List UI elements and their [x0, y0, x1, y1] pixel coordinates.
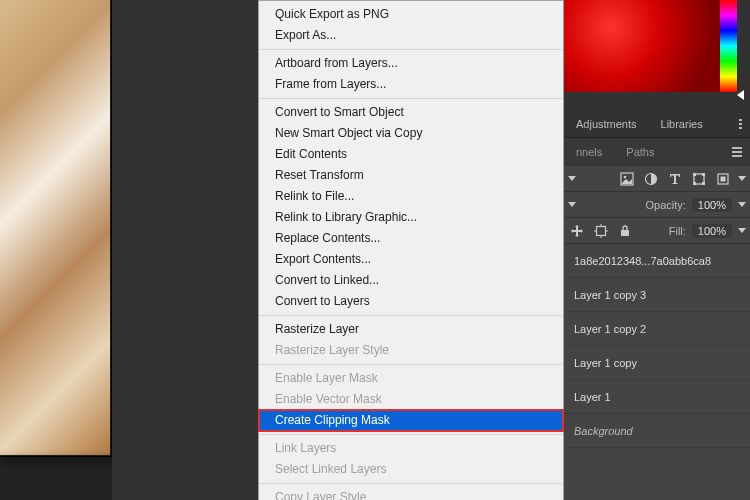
menu-item[interactable]: Relink to File...	[259, 186, 563, 207]
svg-rect-15	[621, 230, 629, 236]
menu-item[interactable]: Frame from Layers...	[259, 74, 563, 95]
filter-smartobject-icon[interactable]	[714, 170, 732, 188]
menu-item[interactable]: Convert to Smart Object	[259, 102, 563, 123]
svg-rect-9	[721, 176, 726, 181]
menu-item[interactable]: Create Clipping Mask	[259, 410, 563, 431]
layer-item[interactable]: 1a8e2012348...7a0abb6ca8	[564, 244, 750, 278]
menu-item[interactable]: Edit Contents	[259, 144, 563, 165]
lock-all-icon[interactable]	[616, 222, 634, 240]
svg-rect-5	[702, 173, 705, 176]
layers-toolbar-2: Opacity: 100%	[564, 192, 750, 218]
canvas-shadow	[0, 457, 130, 463]
filter-type-icon[interactable]	[666, 170, 684, 188]
filter-shape-icon[interactable]	[690, 170, 708, 188]
fill-dropdown[interactable]	[738, 228, 746, 233]
layer-item[interactable]: Background	[564, 414, 750, 448]
menu-item[interactable]: Convert to Layers	[259, 291, 563, 312]
menu-item[interactable]: Relink to Library Graphic...	[259, 207, 563, 228]
menu-item[interactable]: Reset Transform	[259, 165, 563, 186]
lock-artboard-icon[interactable]	[592, 222, 610, 240]
layer-context-menu: Quick Export as PNGExport As...Artboard …	[258, 0, 564, 500]
menu-item: Rasterize Layer Style	[259, 340, 563, 361]
fill-value[interactable]: 100%	[692, 224, 732, 238]
lock-move-icon[interactable]	[568, 222, 586, 240]
opacity-blend-dropdown[interactable]	[568, 202, 576, 207]
tab-adjustments[interactable]: Adjustments	[564, 110, 649, 138]
menu-item: Select Linked Layers	[259, 459, 563, 480]
tab-paths[interactable]: Paths	[614, 138, 666, 166]
panel-tabs-top: Adjustments Libraries	[564, 110, 750, 138]
hue-slider-marker[interactable]	[737, 90, 744, 100]
menu-item: Copy Layer Style	[259, 487, 563, 500]
svg-rect-6	[693, 182, 696, 185]
svg-rect-4	[693, 173, 696, 176]
fill-label: Fill:	[669, 225, 686, 237]
menu-item: Enable Layer Mask	[259, 368, 563, 389]
menu-item[interactable]: Quick Export as PNG	[259, 4, 563, 25]
opacity-label: Opacity:	[646, 199, 686, 211]
panel-menu-icon[interactable]	[739, 119, 750, 129]
right-panels: Adjustments Libraries nnels Paths Opacit…	[564, 110, 750, 500]
hue-slider[interactable]	[720, 0, 737, 92]
svg-point-1	[624, 175, 627, 178]
filter-more-dropdown[interactable]	[738, 176, 746, 181]
layer-list: 1a8e2012348...7a0abb6ca8Layer 1 copy 3La…	[564, 244, 750, 448]
opacity-value[interactable]: 100%	[692, 198, 732, 212]
filter-image-icon[interactable]	[618, 170, 636, 188]
svg-rect-7	[702, 182, 705, 185]
layers-toolbar-1	[564, 166, 750, 192]
layer-item[interactable]: Layer 1 copy	[564, 346, 750, 380]
layer-item[interactable]: Layer 1 copy 3	[564, 278, 750, 312]
panel-subtabs: nnels Paths	[564, 138, 750, 166]
layer-item[interactable]: Layer 1	[564, 380, 750, 414]
menu-item: Enable Vector Mask	[259, 389, 563, 410]
svg-rect-10	[597, 226, 606, 235]
menu-item[interactable]: New Smart Object via Copy	[259, 123, 563, 144]
filter-adjustment-icon[interactable]	[642, 170, 660, 188]
canvas-border	[0, 0, 112, 457]
opacity-dropdown[interactable]	[738, 202, 746, 207]
tab-libraries[interactable]: Libraries	[649, 110, 715, 138]
menu-item[interactable]: Convert to Linked...	[259, 270, 563, 291]
menu-item: Link Layers	[259, 438, 563, 459]
panel-submenu-icon[interactable]	[732, 147, 750, 157]
blend-mode-dropdown[interactable]	[568, 176, 576, 181]
menu-item[interactable]: Export As...	[259, 25, 563, 46]
layers-toolbar-3: Fill: 100%	[564, 218, 750, 244]
layer-item[interactable]: Layer 1 copy 2	[564, 312, 750, 346]
menu-item[interactable]: Export Contents...	[259, 249, 563, 270]
menu-item[interactable]: Replace Contents...	[259, 228, 563, 249]
tab-channels[interactable]: nnels	[564, 138, 614, 166]
menu-item[interactable]: Rasterize Layer	[259, 319, 563, 340]
menu-item[interactable]: Artboard from Layers...	[259, 53, 563, 74]
color-picker-panel[interactable]	[564, 0, 720, 92]
